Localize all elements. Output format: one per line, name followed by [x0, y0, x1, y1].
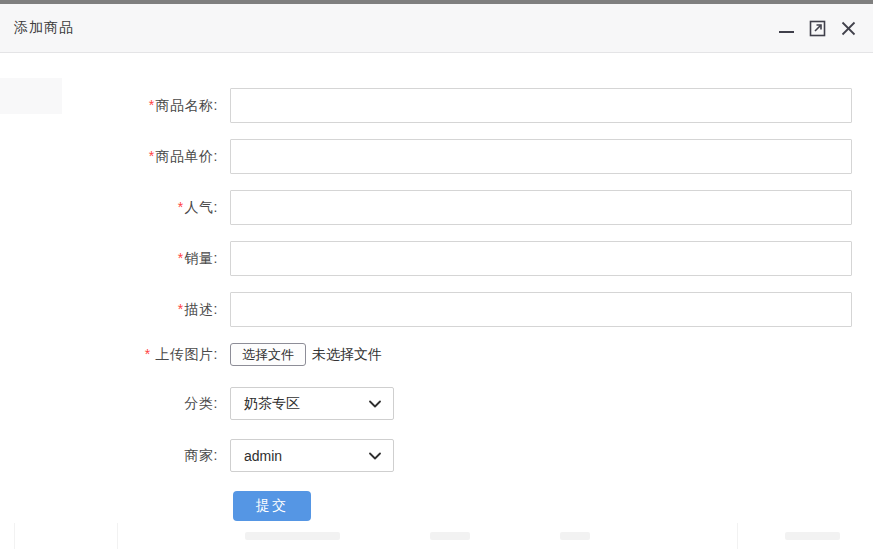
required-mark: *: [149, 148, 155, 164]
name-label: *商品名称:: [0, 97, 218, 115]
form-row-merchant: 商家: admin: [0, 439, 873, 472]
required-mark: *: [178, 250, 184, 266]
add-product-form: *商品名称: *商品单价: *人气: *销量: *描述: *上传图片: 选择文件…: [0, 53, 873, 537]
desc-input[interactable]: [230, 292, 852, 327]
sales-label: *销量:: [0, 250, 218, 268]
price-label: *商品单价:: [0, 148, 218, 166]
close-icon: [841, 21, 856, 36]
form-row-sales: *销量:: [0, 241, 873, 276]
form-row-submit: 提交: [0, 491, 873, 521]
maximize-button[interactable]: [808, 19, 826, 37]
category-selected-value: 奶茶专区: [244, 395, 300, 413]
chevron-down-icon: [369, 452, 381, 460]
form-row-name: *商品名称:: [0, 88, 873, 123]
merchant-label: 商家:: [0, 447, 218, 465]
dialog-header: 添加商品: [0, 4, 873, 53]
required-mark: *: [149, 97, 155, 113]
expand-icon: [809, 20, 826, 37]
merchant-selected-value: admin: [244, 448, 282, 464]
category-select[interactable]: 奶茶专区: [230, 387, 394, 420]
image-label: *上传图片:: [0, 346, 218, 364]
form-row-price: *商品单价:: [0, 139, 873, 174]
form-row-popularity: *人气:: [0, 190, 873, 225]
choose-file-button[interactable]: 选择文件: [230, 343, 306, 366]
window-controls: [777, 19, 857, 37]
minimize-icon: [779, 31, 794, 33]
submit-button[interactable]: 提交: [233, 491, 311, 521]
required-mark: *: [178, 199, 184, 215]
close-button[interactable]: [839, 19, 857, 37]
form-row-category: 分类: 奶茶专区: [0, 387, 873, 420]
desc-label: *描述:: [0, 301, 218, 319]
merchant-select[interactable]: admin: [230, 439, 394, 472]
sales-input[interactable]: [230, 241, 852, 276]
form-row-image: *上传图片: 选择文件 未选择文件: [0, 343, 873, 366]
category-label: 分类:: [0, 395, 218, 413]
file-status-text: 未选择文件: [312, 346, 382, 364]
dialog-title: 添加商品: [14, 19, 74, 37]
chevron-down-icon: [369, 400, 381, 408]
form-row-desc: *描述:: [0, 292, 873, 327]
minimize-button[interactable]: [777, 19, 795, 37]
required-mark: *: [145, 346, 151, 362]
popularity-label: *人气:: [0, 199, 218, 217]
popularity-input[interactable]: [230, 190, 852, 225]
required-mark: *: [178, 301, 184, 317]
price-input[interactable]: [230, 139, 852, 174]
name-input[interactable]: [230, 88, 852, 123]
